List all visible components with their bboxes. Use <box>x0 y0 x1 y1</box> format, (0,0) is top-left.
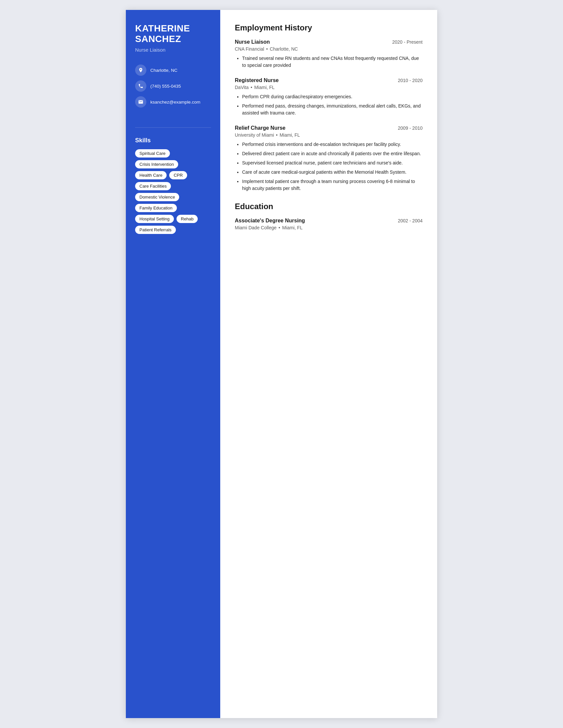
email-icon <box>135 96 146 108</box>
bullet-2-2: Performed med pass, dressing changes, im… <box>242 103 423 116</box>
skill-health-care: Health Care <box>135 171 166 179</box>
sidebar: KATHERINE SANCHEZ Nurse Liaison Charlott… <box>126 10 220 718</box>
bullet-3-4: Care of acute care medical-surgical pati… <box>242 169 423 176</box>
edu-school-1: Miami Dade College • Miami, FL <box>235 225 423 230</box>
skills-heading: Skills <box>135 137 211 144</box>
skill-family-education: Family Education <box>135 204 177 212</box>
job-dates-3: 2009 - 2010 <box>398 125 423 131</box>
skills-list: Spiritual Care Crisis Intervention Healt… <box>135 149 211 234</box>
main-content: Employment History Nurse Liaison 2020 - … <box>220 10 437 718</box>
employment-section: Employment History Nurse Liaison 2020 - … <box>235 23 423 192</box>
job-dates-1: 2020 - Present <box>392 39 423 45</box>
edu-entry-1: Associate's Degree Nursing 2002 - 2004 M… <box>235 218 423 230</box>
bullet-3-2: Delivered direct patient care in acute a… <box>242 150 423 157</box>
email-text: ksanchez@example.com <box>150 100 200 105</box>
bullet-3-3: Supervised licensed practical nurse, pat… <box>242 159 423 166</box>
candidate-title: Nurse Liaison <box>135 47 211 53</box>
job-header-3: Relief Charge Nurse 2009 - 2010 <box>235 125 423 131</box>
job-entry-1: Nurse Liaison 2020 - Present CNA Financi… <box>235 39 423 69</box>
name-line1: KATHERINE <box>135 23 190 33</box>
contact-location: Charlotte, NC <box>135 65 211 76</box>
job-company-3: University of Miami • Miami, FL <box>235 132 423 138</box>
job-entry-2: Registered Nurse 2010 - 2020 DaVita • Mi… <box>235 77 423 116</box>
phone-icon <box>135 80 146 92</box>
job-bullets-2: Perform CPR during cardiac/respiratory e… <box>235 93 423 116</box>
company-name-3: University of Miami <box>235 132 274 138</box>
skill-domestic-violence: Domestic Violence <box>135 193 179 201</box>
job-company-1: CNA Financial • Charlotte, NC <box>235 46 423 52</box>
candidate-name: KATHERINE SANCHEZ <box>135 23 211 44</box>
edu-dates-1: 2002 - 2004 <box>398 218 423 223</box>
skill-care-facilities: Care Facilities <box>135 182 171 190</box>
location-icon <box>135 65 146 76</box>
job-company-2: DaVita • Miami, FL <box>235 85 423 90</box>
skill-crisis-intervention: Crisis Intervention <box>135 160 178 168</box>
sidebar-divider <box>135 127 211 128</box>
skill-patient-referrals: Patient Referrals <box>135 226 176 234</box>
edu-header-1: Associate's Degree Nursing 2002 - 2004 <box>235 218 423 224</box>
company-location-2: Miami, FL <box>254 85 274 90</box>
school-name-1: Miami Dade College <box>235 225 276 230</box>
contact-email: ksanchez@example.com <box>135 96 211 108</box>
job-bullets-3: Performed crisis interventions and de-es… <box>235 141 423 192</box>
location-text: Charlotte, NC <box>150 68 177 73</box>
skill-cpr: CPR <box>169 171 187 179</box>
job-header-2: Registered Nurse 2010 - 2020 <box>235 77 423 83</box>
education-section: Education Associate's Degree Nursing 200… <box>235 202 423 230</box>
employment-heading: Employment History <box>235 23 423 32</box>
skill-rehab: Rehab <box>176 215 198 223</box>
job-bullets-1: Trained several new RN students and new … <box>235 55 423 69</box>
skills-section: Skills Spiritual Care Crisis Interventio… <box>135 137 211 234</box>
job-header-1: Nurse Liaison 2020 - Present <box>235 39 423 45</box>
contact-phone: (740) 555-0435 <box>135 80 211 92</box>
resume-container: KATHERINE SANCHEZ Nurse Liaison Charlott… <box>126 10 437 718</box>
skill-hospital-setting: Hospital Setting <box>135 215 174 223</box>
edu-degree-1: Associate's Degree Nursing <box>235 218 305 224</box>
name-line2: SANCHEZ <box>135 34 181 44</box>
education-heading: Education <box>235 202 423 211</box>
job-dates-2: 2010 - 2020 <box>398 78 423 83</box>
school-location-1: Miami, FL <box>282 225 303 230</box>
skill-spiritual-care: Spiritual Care <box>135 149 170 158</box>
company-name-2: DaVita <box>235 85 249 90</box>
job-title-1: Nurse Liaison <box>235 39 270 45</box>
bullet-1-1: Trained several new RN students and new … <box>242 55 423 69</box>
phone-text: (740) 555-0435 <box>150 84 181 89</box>
job-title-2: Registered Nurse <box>235 77 279 83</box>
job-entry-3: Relief Charge Nurse 2009 - 2010 Universi… <box>235 125 423 192</box>
bullet-2-1: Perform CPR during cardiac/respiratory e… <box>242 93 423 100</box>
company-name-1: CNA Financial <box>235 46 264 52</box>
contact-section: Charlotte, NC (740) 555-0435 ksanchez@ex… <box>135 65 211 112</box>
company-location-3: Miami, FL <box>279 132 300 138</box>
bullet-3-1: Performed crisis interventions and de-es… <box>242 141 423 148</box>
job-title-3: Relief Charge Nurse <box>235 125 286 131</box>
bullet-3-5: Implement total patient care through a t… <box>242 178 423 192</box>
company-location-1: Charlotte, NC <box>270 46 298 52</box>
